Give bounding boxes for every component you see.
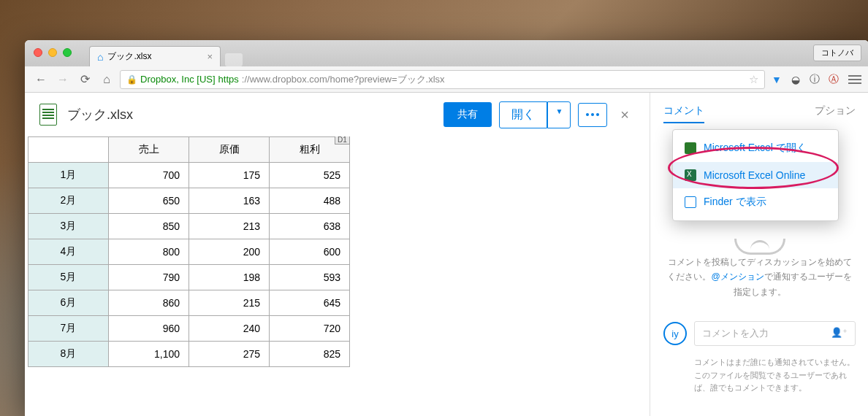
comment-input[interactable]: コメントを入力 👤⁺: [694, 321, 856, 346]
extension-icon-1[interactable]: ▼: [769, 74, 784, 85]
browser-toolbar: ← → ⟳ ⌂ 🔒 Dropbox, Inc [US] https://www.…: [25, 66, 868, 93]
row-header: 4月: [28, 239, 109, 265]
browser-tab[interactable]: ⌂ ブック.xlsx ×: [89, 46, 221, 66]
file-header: ブック.xlsx 共有 開く ▼ ×: [25, 93, 650, 136]
tab-comments[interactable]: コメント: [663, 104, 704, 123]
home-button[interactable]: ⌂: [98, 73, 115, 86]
data-cell: 638: [270, 214, 350, 239]
close-preview-button[interactable]: ×: [614, 107, 635, 123]
row-header: 2月: [28, 188, 109, 214]
spreadsheet-preview: D1 売上 原価 粗利 1月7001755252月6501634883月8502…: [28, 136, 650, 367]
menu-item-label: Microsoft Excel Online: [704, 169, 805, 181]
maximize-window-button[interactable]: [63, 48, 72, 57]
row-header: 6月: [28, 290, 109, 316]
table-row: 4月800200600: [28, 239, 350, 265]
open-dropdown-caret[interactable]: ▼: [547, 101, 571, 128]
share-button[interactable]: 共有: [443, 102, 492, 127]
data-cell: 860: [109, 290, 189, 316]
extension-pocket-icon[interactable]: ◒: [788, 74, 803, 85]
tab-options[interactable]: プション: [815, 104, 856, 123]
more-actions-button[interactable]: [578, 103, 607, 127]
bookmark-star-icon[interactable]: ☆: [749, 73, 758, 86]
preview-area: ブック.xlsx 共有 開く ▼ × D1: [25, 93, 650, 416]
row-header: 5月: [28, 265, 109, 290]
empty-state-text: コメントを投稿してディスカッションを始めてください。@メンションで通知するユーザ…: [663, 255, 856, 299]
data-cell: 275: [189, 342, 270, 367]
browser-profile-button[interactable]: コトノバ: [813, 45, 861, 61]
file-title: ブック.xlsx: [67, 106, 133, 123]
data-table: 売上 原価 粗利 1月7001755252月6501634883月8502136…: [28, 136, 350, 367]
table-corner: [28, 137, 109, 163]
cell-reference-label: D1: [335, 136, 350, 145]
dropbox-favicon-icon: ⌂: [97, 51, 103, 63]
back-button[interactable]: ←: [32, 73, 50, 86]
forward-button[interactable]: →: [54, 73, 72, 86]
data-cell: 825: [270, 342, 350, 367]
add-mention-icon[interactable]: 👤⁺: [831, 327, 848, 340]
data-cell: 525: [270, 163, 350, 188]
data-cell: 790: [109, 265, 189, 290]
open-with-menu: Microsoft Excel で開く Microsoft Excel Onli…: [672, 129, 839, 221]
menu-item-finder[interactable]: Finder で表示: [673, 188, 838, 216]
row-header: 3月: [28, 214, 109, 239]
row-header: 1月: [28, 163, 109, 188]
tab-title: ブック.xlsx: [107, 50, 151, 63]
browser-menu-icon[interactable]: [848, 75, 861, 84]
lock-icon: 🔒: [126, 74, 137, 85]
ev-cert-label: Dropbox, Inc [US]: [140, 74, 216, 85]
page-content: ブック.xlsx 共有 開く ▼ × D1: [25, 93, 868, 416]
tab-close-icon[interactable]: ×: [207, 51, 213, 62]
side-panel: コメント プション Microsoft Excel で開く Microsoft …: [650, 93, 868, 416]
data-cell: 1,100: [109, 342, 189, 367]
user-avatar: iy: [663, 322, 687, 345]
data-cell: 720: [270, 316, 350, 342]
column-header: 原価: [189, 137, 270, 163]
data-cell: 200: [189, 239, 270, 265]
comment-visibility-note: コメントはまだ誰にも通知されていません。このファイルを閲覧できるユーザーであれば…: [663, 356, 856, 395]
data-cell: 960: [109, 316, 189, 342]
data-cell: 593: [270, 265, 350, 290]
open-split-button: 開く ▼: [499, 101, 571, 128]
data-cell: 163: [189, 188, 270, 214]
minimize-window-button[interactable]: [48, 48, 57, 57]
side-tabs: コメント プション: [663, 104, 856, 123]
data-cell: 800: [109, 239, 189, 265]
data-cell: 650: [109, 188, 189, 214]
browser-window: ⌂ ブック.xlsx × コトノバ ← → ⟳ ⌂ 🔒 Dropbox, Inc…: [25, 40, 868, 416]
data-cell: 488: [270, 188, 350, 214]
mention-link[interactable]: @メンション: [711, 271, 764, 282]
reload-button[interactable]: ⟳: [76, 72, 94, 86]
window-controls: [34, 48, 72, 57]
menu-item-excel-desktop[interactable]: Microsoft Excel で開く: [673, 134, 838, 162]
table-row: 5月790198593: [28, 265, 350, 290]
comment-placeholder: コメントを入力: [702, 327, 769, 340]
data-cell: 850: [109, 214, 189, 239]
table-row: 3月850213638: [28, 214, 350, 239]
table-row: 2月650163488: [28, 188, 350, 214]
header-actions: 共有 開く ▼ ×: [443, 101, 635, 128]
table-row: 7月960240720: [28, 316, 350, 342]
menu-item-label: Finder で表示: [704, 196, 766, 209]
menu-item-excel-online[interactable]: Microsoft Excel Online: [673, 162, 838, 188]
extension-anarchy-icon[interactable]: Ⓐ: [826, 73, 841, 86]
data-cell: 645: [270, 290, 350, 316]
tab-strip: ⌂ ブック.xlsx × コトノバ: [25, 40, 868, 66]
table-row: 8月1,100275825: [28, 342, 350, 367]
address-bar[interactable]: 🔒 Dropbox, Inc [US] https://www.dropbox.…: [120, 70, 765, 89]
empty-state-face-icon: [734, 239, 785, 255]
url-rest: ://www.dropbox.com/home?preview=ブック.xlsx: [242, 73, 445, 86]
row-header: 7月: [28, 316, 109, 342]
row-header: 8月: [28, 342, 109, 367]
column-header: 売上: [109, 137, 189, 163]
excel-icon: [685, 142, 696, 154]
open-button[interactable]: 開く: [499, 101, 547, 128]
data-cell: 600: [270, 239, 350, 265]
data-cell: 700: [109, 163, 189, 188]
extension-info-icon[interactable]: ⓘ: [807, 73, 822, 86]
data-cell: 240: [189, 316, 270, 342]
table-row: 1月700175525: [28, 163, 350, 188]
close-window-button[interactable]: [34, 48, 42, 57]
new-tab-button[interactable]: [225, 53, 243, 66]
data-cell: 175: [189, 163, 270, 188]
finder-icon: [685, 196, 696, 208]
